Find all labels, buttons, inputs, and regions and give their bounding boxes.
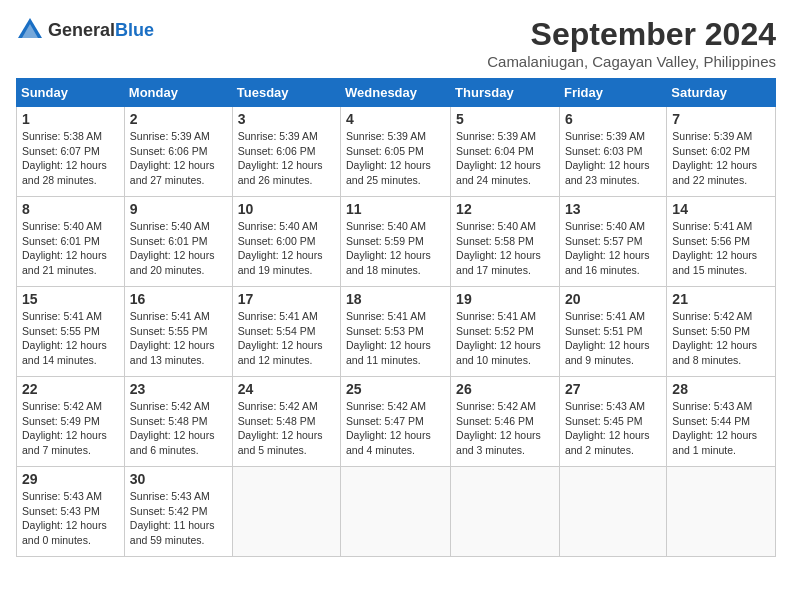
header-tuesday: Tuesday [232, 79, 340, 107]
table-row: 6Sunrise: 5:39 AMSunset: 6:03 PMDaylight… [559, 107, 666, 197]
table-row: 25Sunrise: 5:42 AMSunset: 5:47 PMDayligh… [341, 377, 451, 467]
day-info: Sunrise: 5:38 AMSunset: 6:07 PMDaylight:… [22, 129, 119, 188]
day-info: Sunrise: 5:40 AMSunset: 5:59 PMDaylight:… [346, 219, 445, 278]
day-info: Sunrise: 5:42 AMSunset: 5:48 PMDaylight:… [130, 399, 227, 458]
day-number: 4 [346, 111, 445, 127]
day-info: Sunrise: 5:39 AMSunset: 6:06 PMDaylight:… [130, 129, 227, 188]
table-row: 30Sunrise: 5:43 AMSunset: 5:42 PMDayligh… [124, 467, 232, 557]
table-row: 11Sunrise: 5:40 AMSunset: 5:59 PMDayligh… [341, 197, 451, 287]
table-row: 14Sunrise: 5:41 AMSunset: 5:56 PMDayligh… [667, 197, 776, 287]
table-row [667, 467, 776, 557]
day-number: 3 [238, 111, 335, 127]
header-thursday: Thursday [451, 79, 560, 107]
day-info: Sunrise: 5:43 AMSunset: 5:42 PMDaylight:… [130, 489, 227, 548]
logo: GeneralBlue [16, 16, 154, 44]
day-info: Sunrise: 5:42 AMSunset: 5:49 PMDaylight:… [22, 399, 119, 458]
table-row: 5Sunrise: 5:39 AMSunset: 6:04 PMDaylight… [451, 107, 560, 197]
table-row: 26Sunrise: 5:42 AMSunset: 5:46 PMDayligh… [451, 377, 560, 467]
header-friday: Friday [559, 79, 666, 107]
day-info: Sunrise: 5:43 AMSunset: 5:43 PMDaylight:… [22, 489, 119, 548]
header-sunday: Sunday [17, 79, 125, 107]
day-number: 13 [565, 201, 661, 217]
day-number: 20 [565, 291, 661, 307]
day-number: 9 [130, 201, 227, 217]
table-row: 8Sunrise: 5:40 AMSunset: 6:01 PMDaylight… [17, 197, 125, 287]
day-info: Sunrise: 5:39 AMSunset: 6:03 PMDaylight:… [565, 129, 661, 188]
calendar-week-row: 15Sunrise: 5:41 AMSunset: 5:55 PMDayligh… [17, 287, 776, 377]
day-number: 10 [238, 201, 335, 217]
day-number: 21 [672, 291, 770, 307]
day-info: Sunrise: 5:40 AMSunset: 6:00 PMDaylight:… [238, 219, 335, 278]
table-row: 29Sunrise: 5:43 AMSunset: 5:43 PMDayligh… [17, 467, 125, 557]
day-number: 27 [565, 381, 661, 397]
day-number: 7 [672, 111, 770, 127]
table-row: 17Sunrise: 5:41 AMSunset: 5:54 PMDayligh… [232, 287, 340, 377]
table-row [341, 467, 451, 557]
logo-icon [16, 16, 44, 44]
day-info: Sunrise: 5:42 AMSunset: 5:48 PMDaylight:… [238, 399, 335, 458]
table-row: 16Sunrise: 5:41 AMSunset: 5:55 PMDayligh… [124, 287, 232, 377]
table-row: 24Sunrise: 5:42 AMSunset: 5:48 PMDayligh… [232, 377, 340, 467]
calendar-table: Sunday Monday Tuesday Wednesday Thursday… [16, 78, 776, 557]
table-row: 7Sunrise: 5:39 AMSunset: 6:02 PMDaylight… [667, 107, 776, 197]
day-info: Sunrise: 5:42 AMSunset: 5:50 PMDaylight:… [672, 309, 770, 368]
table-row [232, 467, 340, 557]
day-number: 15 [22, 291, 119, 307]
day-info: Sunrise: 5:42 AMSunset: 5:47 PMDaylight:… [346, 399, 445, 458]
day-number: 11 [346, 201, 445, 217]
table-row: 2Sunrise: 5:39 AMSunset: 6:06 PMDaylight… [124, 107, 232, 197]
day-number: 24 [238, 381, 335, 397]
location-title: Camalaniugan, Cagayan Valley, Philippine… [487, 53, 776, 70]
table-row [451, 467, 560, 557]
day-info: Sunrise: 5:40 AMSunset: 6:01 PMDaylight:… [130, 219, 227, 278]
day-number: 2 [130, 111, 227, 127]
table-row: 15Sunrise: 5:41 AMSunset: 5:55 PMDayligh… [17, 287, 125, 377]
day-info: Sunrise: 5:42 AMSunset: 5:46 PMDaylight:… [456, 399, 554, 458]
day-info: Sunrise: 5:39 AMSunset: 6:02 PMDaylight:… [672, 129, 770, 188]
day-number: 18 [346, 291, 445, 307]
day-number: 1 [22, 111, 119, 127]
day-info: Sunrise: 5:41 AMSunset: 5:55 PMDaylight:… [22, 309, 119, 368]
title-section: September 2024 Camalaniugan, Cagayan Val… [487, 16, 776, 70]
day-info: Sunrise: 5:39 AMSunset: 6:06 PMDaylight:… [238, 129, 335, 188]
day-info: Sunrise: 5:43 AMSunset: 5:45 PMDaylight:… [565, 399, 661, 458]
calendar-week-row: 22Sunrise: 5:42 AMSunset: 5:49 PMDayligh… [17, 377, 776, 467]
table-row: 9Sunrise: 5:40 AMSunset: 6:01 PMDaylight… [124, 197, 232, 287]
day-info: Sunrise: 5:41 AMSunset: 5:55 PMDaylight:… [130, 309, 227, 368]
logo-general: General [48, 20, 115, 40]
header-saturday: Saturday [667, 79, 776, 107]
day-number: 5 [456, 111, 554, 127]
table-row: 28Sunrise: 5:43 AMSunset: 5:44 PMDayligh… [667, 377, 776, 467]
day-number: 25 [346, 381, 445, 397]
page-header: GeneralBlue September 2024 Camalaniugan,… [16, 16, 776, 70]
day-info: Sunrise: 5:41 AMSunset: 5:54 PMDaylight:… [238, 309, 335, 368]
table-row: 20Sunrise: 5:41 AMSunset: 5:51 PMDayligh… [559, 287, 666, 377]
day-number: 22 [22, 381, 119, 397]
day-info: Sunrise: 5:39 AMSunset: 6:04 PMDaylight:… [456, 129, 554, 188]
table-row: 21Sunrise: 5:42 AMSunset: 5:50 PMDayligh… [667, 287, 776, 377]
header-monday: Monday [124, 79, 232, 107]
table-row: 1Sunrise: 5:38 AMSunset: 6:07 PMDaylight… [17, 107, 125, 197]
day-number: 29 [22, 471, 119, 487]
day-number: 17 [238, 291, 335, 307]
day-number: 26 [456, 381, 554, 397]
calendar-week-row: 29Sunrise: 5:43 AMSunset: 5:43 PMDayligh… [17, 467, 776, 557]
table-row: 23Sunrise: 5:42 AMSunset: 5:48 PMDayligh… [124, 377, 232, 467]
day-info: Sunrise: 5:39 AMSunset: 6:05 PMDaylight:… [346, 129, 445, 188]
day-info: Sunrise: 5:43 AMSunset: 5:44 PMDaylight:… [672, 399, 770, 458]
day-number: 23 [130, 381, 227, 397]
table-row: 27Sunrise: 5:43 AMSunset: 5:45 PMDayligh… [559, 377, 666, 467]
day-number: 6 [565, 111, 661, 127]
day-info: Sunrise: 5:41 AMSunset: 5:53 PMDaylight:… [346, 309, 445, 368]
calendar-header-row: Sunday Monday Tuesday Wednesday Thursday… [17, 79, 776, 107]
day-number: 19 [456, 291, 554, 307]
table-row: 22Sunrise: 5:42 AMSunset: 5:49 PMDayligh… [17, 377, 125, 467]
table-row [559, 467, 666, 557]
day-info: Sunrise: 5:41 AMSunset: 5:56 PMDaylight:… [672, 219, 770, 278]
day-info: Sunrise: 5:40 AMSunset: 6:01 PMDaylight:… [22, 219, 119, 278]
logo-blue: Blue [115, 20, 154, 40]
table-row: 10Sunrise: 5:40 AMSunset: 6:00 PMDayligh… [232, 197, 340, 287]
day-info: Sunrise: 5:41 AMSunset: 5:52 PMDaylight:… [456, 309, 554, 368]
calendar-week-row: 8Sunrise: 5:40 AMSunset: 6:01 PMDaylight… [17, 197, 776, 287]
day-number: 28 [672, 381, 770, 397]
